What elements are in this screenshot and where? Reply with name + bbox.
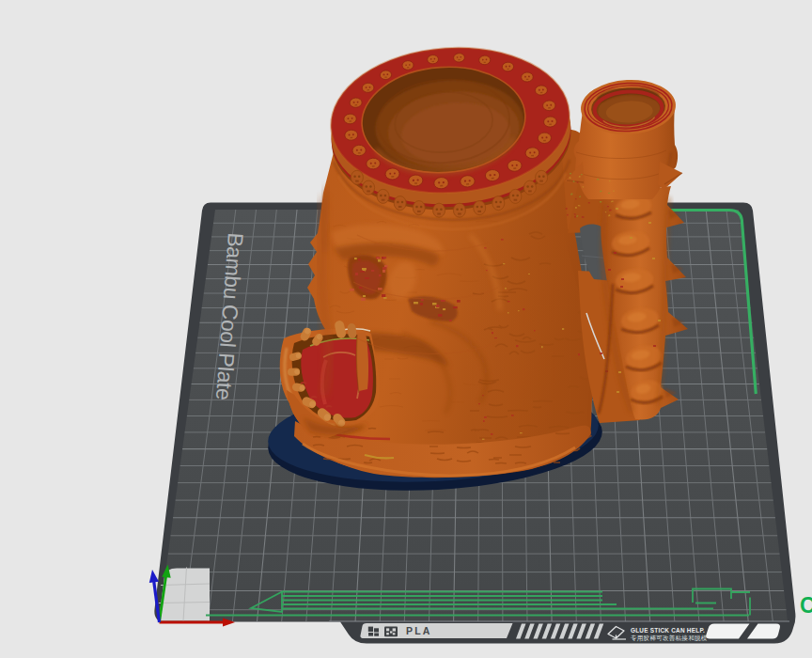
svg-text:专用胶棒可改善粘接和脱模: 专用胶棒可改善粘接和脱模: [631, 634, 708, 642]
svg-text:C: C: [800, 593, 812, 618]
svg-text:GLUE STICK CAN HELP.: GLUE STICK CAN HELP.: [631, 627, 705, 634]
svg-text:PLA: PLA: [406, 625, 432, 636]
